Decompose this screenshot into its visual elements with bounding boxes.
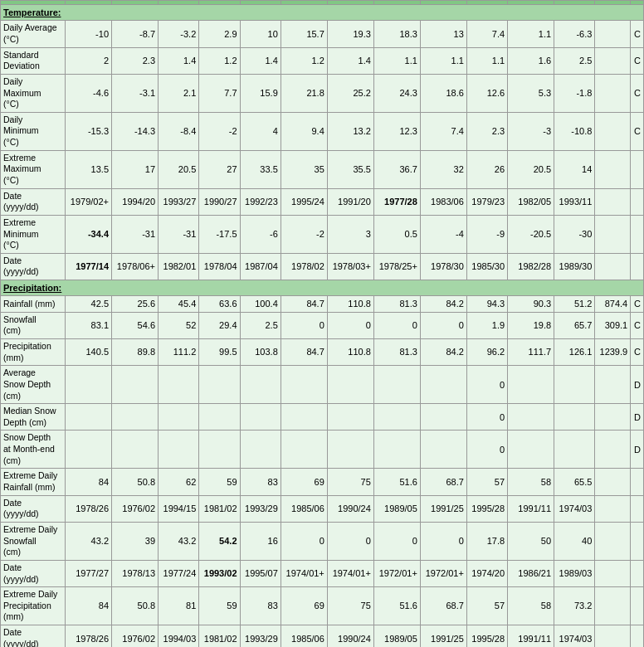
- data-cell: 111.7: [508, 338, 554, 365]
- data-cell: [595, 150, 631, 188]
- data-cell: 20.5: [508, 150, 554, 188]
- data-cell: 0: [281, 312, 327, 338]
- data-cell: 1974/20: [466, 560, 507, 586]
- data-cell: 58: [508, 469, 554, 495]
- data-cell: 1993/11: [554, 188, 595, 215]
- data-cell: 2.3: [466, 112, 507, 150]
- row-label: Median SnowDepth (cm): [1, 404, 66, 431]
- data-cell: 57: [466, 587, 507, 625]
- data-cell: 1994/03: [159, 625, 199, 647]
- data-cell: 1991/11: [508, 625, 554, 647]
- data-cell: 32: [420, 150, 466, 188]
- data-cell: 59: [199, 587, 240, 625]
- data-cell: 35: [281, 150, 327, 188]
- data-cell: 1982/28: [508, 253, 554, 280]
- data-cell: 1978/06+: [112, 253, 159, 280]
- data-cell: [631, 522, 644, 560]
- data-cell: 1995/28: [466, 495, 507, 522]
- data-cell: [240, 431, 281, 469]
- data-cell: 1995/28: [466, 625, 507, 647]
- data-cell: [595, 215, 631, 253]
- data-cell: 1985/06: [281, 625, 327, 647]
- data-cell: 25.2: [327, 74, 373, 112]
- data-cell: 84: [66, 469, 112, 495]
- data-cell: 1978/26: [66, 625, 112, 647]
- row-label: Daily Average(°C): [1, 21, 66, 47]
- data-cell: 1978/13: [112, 560, 159, 586]
- data-cell: 0: [466, 431, 507, 469]
- row-label: Snowfall(cm): [1, 312, 66, 338]
- table-row: Extreme DailySnowfall(cm)43.23943.254.21…: [1, 522, 644, 560]
- data-cell: 81.3: [373, 338, 420, 365]
- data-cell: 1994/20: [112, 188, 159, 215]
- data-cell: 1976/02: [112, 495, 159, 522]
- data-cell: 68.7: [420, 587, 466, 625]
- data-cell: [595, 625, 631, 647]
- row-label: Precipitation(mm): [1, 338, 66, 365]
- data-cell: [508, 431, 554, 469]
- data-cell: 17.8: [466, 522, 507, 560]
- climate-data-table: Temperature:Daily Average(°C)-10-8.7-3.2…: [0, 0, 644, 647]
- data-cell: 0.5: [373, 215, 420, 253]
- data-cell: 57: [466, 469, 507, 495]
- data-cell: 83: [240, 587, 281, 625]
- data-cell: 21.8: [281, 74, 327, 112]
- data-cell: 1989/30: [554, 253, 595, 280]
- data-cell: 1.6: [508, 47, 554, 74]
- table-row: ExtremeMinimum(°C)-34.4-31-31-17.5-6-230…: [1, 215, 644, 253]
- data-cell: 1972/01+: [420, 560, 466, 586]
- data-cell: [281, 404, 327, 431]
- row-label: ExtremeMinimum(°C): [1, 215, 66, 253]
- data-cell: [159, 366, 199, 404]
- data-cell: 51.2: [554, 296, 595, 312]
- data-cell: 1982/01: [159, 253, 199, 280]
- data-cell: 29.4: [199, 312, 240, 338]
- data-cell: 1976/02: [112, 625, 159, 647]
- data-cell: [373, 404, 420, 431]
- section-label: Precipitation:: [1, 280, 644, 296]
- data-cell: [327, 366, 373, 404]
- data-cell: -14.3: [112, 112, 159, 150]
- data-cell: [66, 431, 112, 469]
- data-cell: 1981/02: [199, 625, 240, 647]
- data-cell: 1977/28: [373, 188, 420, 215]
- row-label: ExtremeMaximum(°C): [1, 150, 66, 188]
- data-cell: 1.1: [466, 47, 507, 74]
- data-cell: 45.4: [159, 296, 199, 312]
- data-cell: -4: [420, 215, 466, 253]
- data-cell: -8.7: [112, 21, 159, 47]
- data-cell: 1979/23: [466, 188, 507, 215]
- data-cell: D: [631, 366, 644, 404]
- data-cell: 2.1: [159, 74, 199, 112]
- data-cell: 1992/23: [240, 188, 281, 215]
- data-cell: 1978/03+: [327, 253, 373, 280]
- data-cell: 84.7: [281, 338, 327, 365]
- data-cell: 1993/02: [199, 560, 240, 586]
- data-cell: D: [631, 404, 644, 431]
- data-cell: 58: [508, 587, 554, 625]
- table-row: DailyMaximum(°C)-4.6-3.12.17.715.921.825…: [1, 74, 644, 112]
- data-cell: 18.6: [420, 74, 466, 112]
- data-cell: C: [631, 47, 644, 74]
- data-cell: 27: [199, 150, 240, 188]
- data-cell: 1990/27: [199, 188, 240, 215]
- data-cell: 84.7: [281, 296, 327, 312]
- data-cell: 0: [466, 366, 507, 404]
- data-cell: [595, 587, 631, 625]
- data-cell: [595, 522, 631, 560]
- data-cell: 89.8: [112, 338, 159, 365]
- data-cell: 1.4: [327, 47, 373, 74]
- row-label: Extreme DailyRainfall (mm): [1, 469, 66, 495]
- data-cell: 1991/20: [327, 188, 373, 215]
- data-cell: 90.3: [508, 296, 554, 312]
- data-cell: [554, 366, 595, 404]
- data-cell: [199, 366, 240, 404]
- data-cell: [240, 366, 281, 404]
- row-label: Date(yyyy/dd): [1, 495, 66, 522]
- data-cell: 68.7: [420, 469, 466, 495]
- data-cell: 1985/06: [281, 495, 327, 522]
- data-cell: C: [631, 312, 644, 338]
- data-cell: 83: [240, 469, 281, 495]
- data-cell: [66, 404, 112, 431]
- data-cell: 0: [327, 522, 373, 560]
